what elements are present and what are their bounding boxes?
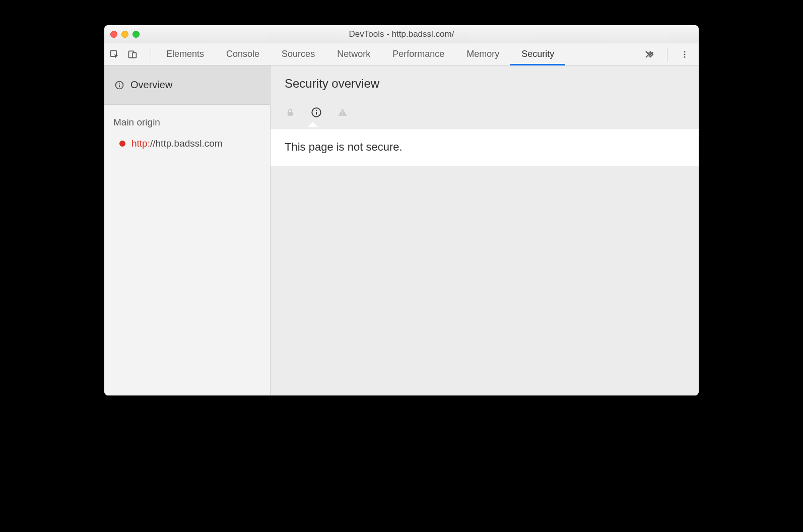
origin-scheme: http: — [131, 138, 150, 149]
tabbar-right-tools — [644, 47, 695, 61]
svg-point-8 — [119, 83, 120, 84]
svg-point-4 — [684, 53, 686, 55]
origin-url: http://http.badssl.com — [131, 138, 223, 149]
security-sidebar: Overview Main origin http://http.badssl.… — [104, 65, 271, 395]
maximize-window-button[interactable] — [132, 31, 140, 38]
devtools-body: Overview Main origin http://http.badssl.… — [104, 65, 699, 395]
tab-network[interactable]: Network — [326, 43, 381, 65]
lock-icon — [285, 107, 296, 118]
warning-triangle-icon — [337, 107, 348, 118]
security-message-text: This page is not secure. — [285, 141, 403, 153]
svg-point-5 — [684, 56, 686, 57]
tabbar-left-tools — [108, 48, 147, 60]
window-titlebar: DevTools - http.badssl.com/ — [104, 25, 699, 43]
main-header: Security overview — [271, 65, 699, 98]
device-toolbar-icon[interactable] — [126, 48, 139, 60]
tab-performance[interactable]: Performance — [381, 43, 455, 65]
svg-rect-2 — [132, 52, 137, 57]
more-tabs-icon[interactable] — [644, 48, 656, 60]
sidebar-item-origin[interactable]: http://http.badssl.com — [104, 134, 270, 153]
svg-point-14 — [342, 114, 343, 115]
security-main-panel: Security overview — [271, 65, 699, 395]
tab-sources[interactable]: Sources — [271, 43, 326, 65]
info-circle-icon — [311, 107, 322, 118]
devtools-tabs: Elements Console Sources Network Perform… — [155, 43, 565, 65]
tabbar-separator-right — [667, 47, 667, 61]
window-title: DevTools - http.badssl.com/ — [110, 29, 693, 39]
traffic-lights — [110, 31, 140, 38]
svg-point-3 — [684, 51, 686, 52]
sidebar-section-main-origin: Main origin — [104, 105, 270, 134]
caret-pointer — [271, 122, 699, 128]
svg-rect-9 — [288, 112, 293, 116]
tab-elements[interactable]: Elements — [155, 43, 215, 65]
devtools-tabbar: Elements Console Sources Network Perform… — [104, 43, 699, 65]
inspect-element-icon[interactable] — [108, 48, 120, 60]
tab-security[interactable]: Security — [510, 43, 565, 65]
close-window-button[interactable] — [110, 31, 117, 38]
tabbar-separator — [151, 47, 151, 61]
security-overview-heading: Security overview — [285, 77, 685, 91]
origin-status-dot-icon — [119, 141, 125, 147]
sidebar-item-overview[interactable]: Overview — [104, 65, 270, 105]
security-state-icons — [271, 98, 699, 122]
info-icon — [113, 79, 125, 91]
security-message-panel: This page is not secure. — [271, 128, 699, 166]
origin-host: //http.badssl.com — [150, 138, 223, 149]
kebab-menu-icon[interactable] — [679, 48, 691, 60]
svg-point-12 — [316, 110, 317, 111]
devtools-window: DevTools - http.badssl.com/ Elements Con… — [104, 25, 699, 395]
minimize-window-button[interactable] — [121, 31, 128, 38]
tab-memory[interactable]: Memory — [455, 43, 510, 65]
overview-label: Overview — [130, 79, 172, 91]
tab-console[interactable]: Console — [215, 43, 271, 65]
